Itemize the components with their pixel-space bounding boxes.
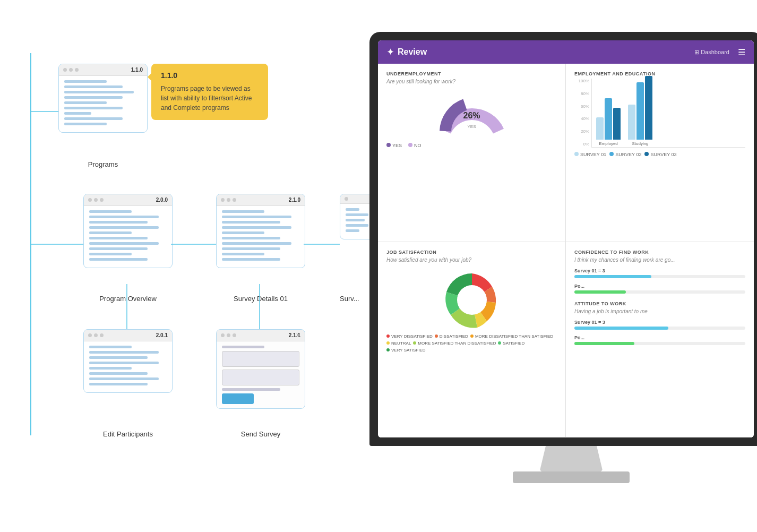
bar-label-studying: Studying — [632, 141, 648, 146]
pie-legend: VERY DISSATISFIED DISSATISFIED MORE DISS… — [386, 334, 557, 353]
card-programs-label: Programs — [58, 160, 148, 168]
dot3 — [233, 198, 236, 202]
card-edit-participants-version: 2.0.1 — [156, 332, 168, 338]
dot1 — [88, 198, 92, 202]
card-survey-details-body — [217, 206, 305, 268]
close-icon[interactable]: ✕ — [296, 332, 300, 339]
wf-line — [89, 247, 148, 250]
card-send-survey-label: Send Survey — [216, 430, 305, 438]
bar-legend: SURVEY 01 SURVEY 02 SURVEY 03 — [574, 152, 745, 157]
bar-groups: Employed Studying — [591, 79, 745, 148]
wf-line — [89, 367, 132, 370]
legend-very-dissatisfied: VERY DISSATISFIED — [386, 334, 433, 339]
card-edit-participants-body — [84, 341, 172, 392]
bar-s3 — [645, 76, 652, 140]
wf-line — [89, 258, 148, 261]
card-programs[interactable]: 1.1.0 — [58, 64, 148, 133]
card-program-overview[interactable]: 2.0.0 — [83, 194, 173, 268]
card-programs-titlebar: 1.1.0 — [59, 64, 147, 76]
legend-dissatisfied: DISSATISFIED — [435, 334, 468, 339]
monitor-base — [513, 471, 630, 483]
wf-line — [222, 210, 264, 213]
wf-line — [222, 242, 291, 245]
panel-job-subtitle: How satisfied are you with your job? — [386, 257, 557, 263]
attitude-fill-2 — [574, 342, 634, 345]
dot2 — [227, 198, 230, 202]
card-program-overview-titlebar: 2.0.0 — [84, 194, 172, 206]
card-survey-details-titlebar: 2.1.0 — [217, 194, 305, 206]
legend-very-satisfied: VERY SATISFIED — [386, 348, 425, 353]
dot2 — [227, 333, 230, 337]
menu-icon[interactable]: ☰ — [738, 47, 745, 57]
attitude-track-2 — [574, 342, 745, 345]
wf-line — [89, 362, 159, 364]
input-area2 — [222, 370, 299, 385]
panel-employment: EMPLOYMENT AND EDUCATION 100%80%60%40%20… — [566, 64, 754, 242]
panel-confidence-title: CONFIDENCE TO FIND WORK — [574, 250, 745, 255]
rating-label-2: Po... — [574, 284, 745, 289]
rating-label-1: Survey 01 = 3 — [574, 268, 745, 273]
bar-s1 — [596, 117, 604, 140]
card-survey-details[interactable]: 2.1.0 — [216, 194, 305, 268]
wf-line — [89, 253, 132, 255]
dot2 — [94, 198, 98, 202]
card-send-survey[interactable]: 2.1.1 ✕ — [216, 329, 305, 409]
attitude-label-1: Survey 01 = 3 — [574, 320, 745, 325]
send-button[interactable] — [222, 393, 254, 404]
brand-name: Review — [398, 47, 427, 57]
wf-line — [89, 346, 132, 348]
dashboard-nav: ⊞ Dashboard ☰ — [694, 47, 745, 57]
wf-line — [64, 96, 123, 99]
card-programs-version: 1.1.0 — [131, 67, 143, 73]
bar-group-studying: Studying — [628, 76, 652, 146]
rating-fill-1 — [574, 275, 651, 278]
legend-more-dissatisfied: MORE DISSATISFIED THAN SATISFIED — [470, 334, 553, 339]
wf-line — [222, 258, 280, 261]
donut-center: 26% YES — [463, 111, 480, 130]
dot1 — [63, 68, 67, 72]
panel-confidence-subtitle: I think my chances of finding work are g… — [574, 257, 745, 263]
wf-line — [346, 224, 368, 227]
monitor-wrapper: ✦ Review ⊞ Dashboard ☰ UNDEREMPLOYMENT A… — [369, 32, 757, 488]
monitor-stand — [539, 446, 603, 473]
legend-yes: YES — [386, 143, 402, 148]
logo-icon: ✦ — [386, 46, 394, 58]
wf-line — [89, 237, 148, 239]
wf-line — [89, 210, 132, 213]
dot1 — [221, 198, 225, 202]
card-edit-participants-titlebar: 2.0.1 — [84, 330, 172, 341]
wf-line — [222, 221, 280, 224]
wf-line — [89, 356, 148, 359]
dot2 — [94, 333, 98, 337]
wf-line — [89, 216, 159, 218]
rating-fill-2 — [574, 290, 626, 294]
wf-line — [89, 372, 148, 375]
card-edit-participants[interactable]: 2.0.1 — [83, 329, 173, 393]
card-survey-details-label: Survey Details 01 — [216, 295, 305, 303]
wf-line — [89, 221, 148, 224]
attitude-section: ATTITUDE TO WORK Having a job is importa… — [574, 301, 745, 345]
wf-line — [89, 226, 159, 229]
bar-group-employed: Employed — [596, 98, 621, 146]
card-send-survey-titlebar: 2.1.1 ✕ — [217, 330, 305, 341]
panel-underemployment-title: UNDEREMPLOYMENT — [386, 71, 557, 76]
timeline-line — [30, 53, 31, 435]
wf-line — [89, 231, 132, 234]
dot1 — [345, 197, 348, 201]
wf-line — [89, 242, 159, 245]
card-programs-body — [59, 76, 147, 132]
svg-point-6 — [457, 285, 487, 315]
input-area — [222, 351, 299, 367]
card-send-survey-body — [217, 341, 305, 408]
dashboard-link[interactable]: ⊞ Dashboard — [694, 49, 729, 56]
legend-more-satisfied: MORE SATISFIED THAN DISSATISFIED — [413, 341, 496, 346]
wf-line — [64, 85, 123, 88]
tooltip-box: 1.1.0 Programs page to be viewed as list… — [151, 64, 268, 120]
wf-line — [222, 253, 264, 255]
card-extra-label: Surv... — [340, 295, 359, 303]
attitude-subtitle: Having a job is important to me — [574, 308, 745, 314]
bar-group-bars2 — [628, 76, 652, 140]
wf-line — [89, 351, 159, 354]
rating-row-2: Po... — [574, 284, 745, 294]
dashboard-content: UNDEREMPLOYMENT Are you still looking fo… — [378, 64, 754, 437]
